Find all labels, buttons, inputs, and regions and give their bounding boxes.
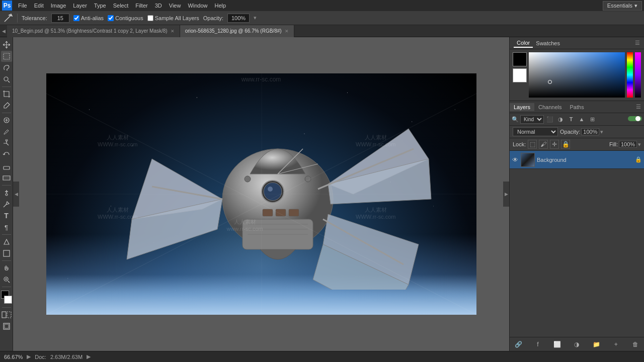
eyedropper-tool[interactable] [1,100,12,111]
lock-image-btn[interactable]: 🖌 [539,140,548,149]
quick-select-tool[interactable] [1,74,12,85]
status-arrow[interactable]: ▶ [87,353,91,360]
hand-tool[interactable] [1,262,12,274]
fill-value-input[interactable] [619,141,637,148]
opacity-dropdown-arrow[interactable]: ▾ [254,15,257,21]
adjustment-filter-btn[interactable]: ◑ [556,115,565,124]
layers-lock-row: Lock: ⬚ 🖌 ✛ 🔒 Fill: ▾ [510,138,644,151]
tab-begin-psd[interactable]: 10_Begin.psd @ 51.3% (Brightness/Contras… [7,25,180,37]
menu-file[interactable]: File [15,2,30,10]
crop-tool[interactable] [1,88,12,100]
sample-all-layers-checkbox[interactable]: Sample All Layers [147,15,199,21]
contiguous-checkbox[interactable]: Contiguous [108,15,143,21]
eraser-tool[interactable] [1,161,12,172]
color-saturation-strip[interactable] [635,52,641,98]
healing-brush-tool[interactable] [1,115,12,126]
text-filter-btn[interactable]: T [567,115,576,124]
menu-view[interactable]: View [166,2,184,10]
new-adjustment-btn[interactable]: ◑ [572,340,581,349]
options-bar: Tolerance: Anti-alias Contiguous Sample … [0,11,644,25]
panel-collapse-right[interactable]: ▶ [503,182,509,207]
zoom-info-btn[interactable]: ▶ [27,353,31,360]
tab-close-begin[interactable]: ✕ [171,29,175,34]
smart-filter-btn[interactable]: ⊞ [588,115,597,124]
layers-panel-options[interactable]: ☰ [636,104,644,110]
tab-color[interactable]: Color [514,39,533,48]
marquee-tool[interactable] [1,51,12,62]
zoom-tool[interactable] [1,274,12,285]
lock-all-btn[interactable]: 🔒 [561,140,570,149]
layers-tab-channels[interactable]: Channels [534,103,566,111]
fill-arrow[interactable]: ▾ [638,141,641,148]
opacity-value-input[interactable] [581,128,599,135]
lock-position-btn[interactable]: ✛ [550,140,559,149]
link-layers-btn[interactable]: 🔗 [514,340,523,349]
panel-collapse-left[interactable]: ◀ [13,182,19,207]
pen-tool[interactable] [1,199,12,210]
add-mask-btn[interactable]: ⬜ [553,340,562,349]
color-panel: Color Swatches ☰ [510,37,644,101]
brush-tool[interactable] [1,126,12,137]
site-watermark-top: www.rr-sc.com [242,76,281,83]
tolerance-label: Tolerance: [22,15,47,21]
menu-3d[interactable]: 3D [152,2,165,10]
fill-label: Fill: [609,141,618,147]
layer-filter-dropdown[interactable]: Kind [520,115,544,124]
antialias-checkbox[interactable]: Anti-alias [73,15,104,21]
workspace-button[interactable]: Essentials ▾ [603,1,642,11]
menu-image[interactable]: Image [48,2,69,10]
shape-filter-btn[interactable]: ▲ [577,115,586,124]
lock-transparent-btn[interactable]: ⬚ [528,140,537,149]
layer-item-background[interactable]: 👁 Background 🔒 [510,151,644,169]
menu-type[interactable]: Type [91,2,109,10]
svg-point-8 [6,194,8,196]
quick-mask-mode[interactable] [1,309,12,320]
history-brush-tool[interactable] [1,149,12,160]
tab-scroll-left[interactable]: ◀ [0,29,7,34]
color-panel-options[interactable]: ☰ [635,40,640,46]
color-gradient-picker[interactable] [529,52,625,98]
tab-orion-jpg[interactable]: orion-568635_1280.jpg @ 66.7% (RGB/8#) ✕ [180,25,294,37]
shape-tool[interactable] [1,248,12,259]
tool-separator-7 [2,307,11,308]
layers-tab-paths[interactable]: Paths [566,103,588,111]
move-tool[interactable] [1,39,12,50]
doc-label: Doc: [35,354,46,360]
foreground-swatch[interactable] [513,52,527,66]
clone-stamp-tool[interactable] [1,138,12,149]
blend-mode-dropdown[interactable]: Normal [513,127,558,136]
menu-select[interactable]: Select [110,2,132,10]
svg-rect-1 [4,53,10,59]
screen-mode-button[interactable] [1,321,12,332]
status-bar: 66.67% ▶ Doc: 2.63M/2.63M ▶ [0,351,644,362]
layers-tab-layers[interactable]: Layers [510,103,534,111]
new-group-btn[interactable]: 📁 [592,340,601,349]
color-hue-strip[interactable] [627,52,633,98]
menu-layer[interactable]: Layer [70,2,90,10]
paragraph-tool[interactable]: ¶ [1,222,12,233]
background-swatch[interactable] [513,68,527,82]
filter-toggle[interactable] [628,115,642,123]
layer-visibility-eye[interactable]: 👁 [512,156,519,163]
background-color[interactable] [4,296,12,304]
add-style-btn[interactable]: f [533,340,542,349]
tab-swatches[interactable]: Swatches [533,39,563,47]
gradient-tool[interactable] [1,172,12,184]
dodge-tool[interactable] [1,187,12,198]
opacity-input[interactable] [227,14,250,23]
layer-thumb-inner [521,153,534,166]
new-layer-btn[interactable]: + [611,340,620,349]
pixel-filter-btn[interactable]: ⬛ [545,115,554,124]
menu-window[interactable]: Window [185,2,210,10]
opacity-arrow[interactable]: ▾ [600,129,603,135]
path-select-tool[interactable] [1,236,12,247]
tab-close-orion[interactable]: ✕ [285,29,289,34]
text-tool[interactable]: T [1,210,12,221]
zoom-level: 66.67% [4,354,23,360]
menu-edit[interactable]: Edit [31,2,47,10]
menu-filter[interactable]: Filter [132,2,150,10]
delete-layer-btn[interactable]: 🗑 [631,340,640,349]
tolerance-input[interactable] [51,14,69,23]
menu-help[interactable]: Help [212,2,229,10]
lasso-tool[interactable] [1,62,12,73]
